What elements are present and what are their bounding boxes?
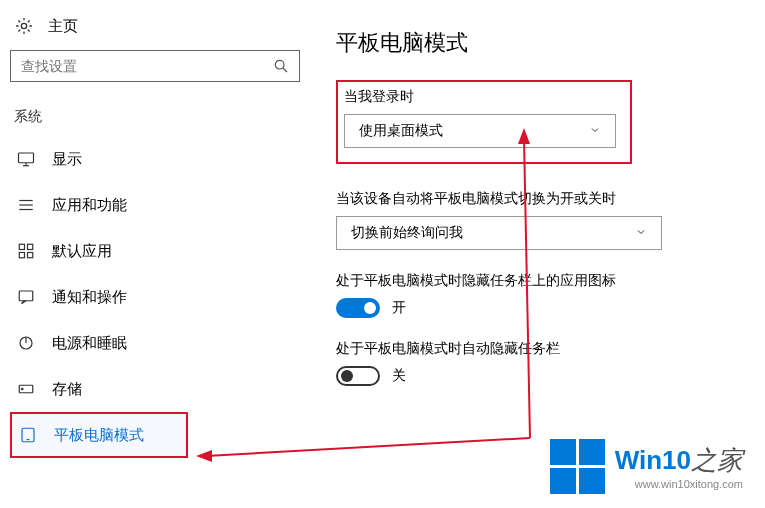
main-content: 平板电脑模式 当我登录时 使用桌面模式 当该设备自动将平板电脑模式切换为开或关时…: [300, 0, 765, 508]
page-title: 平板电脑模式: [336, 28, 765, 58]
sidebar-item-power[interactable]: 电源和睡眠: [10, 320, 300, 366]
sidebar-item-label: 存储: [52, 380, 82, 399]
brand-url: www.win10xitong.com: [615, 478, 743, 490]
svg-point-1: [275, 60, 284, 69]
svg-rect-10: [28, 244, 33, 249]
autohide-taskbar-toggle[interactable]: [336, 366, 380, 386]
home-label: 主页: [48, 17, 78, 36]
storage-icon: [16, 380, 36, 398]
brand-prefix: Win10: [615, 445, 691, 475]
category-heading: 系统: [10, 104, 300, 136]
dropdown-value: 切换前始终询问我: [351, 224, 463, 242]
windows-logo-icon: [550, 439, 605, 494]
chevron-down-icon: [589, 123, 601, 139]
svg-point-17: [22, 388, 24, 390]
gear-icon: [14, 16, 34, 36]
sidebar-item-label: 平板电脑模式: [54, 426, 144, 445]
sidebar-item-label: 应用和功能: [52, 196, 127, 215]
svg-point-0: [21, 23, 26, 28]
sidebar-item-label: 通知和操作: [52, 288, 127, 307]
sidebar-item-label: 默认应用: [52, 242, 112, 261]
sidebar-item-notifications[interactable]: 通知和操作: [10, 274, 300, 320]
search-input[interactable]: [10, 50, 300, 82]
watermark: Win10之家 www.win10xitong.com: [550, 439, 743, 494]
apps-icon: [16, 196, 36, 214]
sidebar-item-tablet-mode[interactable]: 平板电脑模式: [10, 412, 188, 458]
sidebar-item-default-apps[interactable]: 默认应用: [10, 228, 300, 274]
svg-rect-3: [19, 153, 34, 163]
search-icon: [273, 58, 289, 74]
toggle-state: 关: [392, 367, 406, 385]
sidebar-item-label: 显示: [52, 150, 82, 169]
home-link[interactable]: 主页: [10, 10, 300, 50]
dropdown-value: 使用桌面模式: [359, 122, 443, 140]
notifications-icon: [16, 288, 36, 306]
signin-section-highlight: 当我登录时 使用桌面模式: [336, 80, 632, 164]
autoswitch-dropdown[interactable]: 切换前始终询问我: [336, 216, 662, 250]
signin-dropdown[interactable]: 使用桌面模式: [344, 114, 616, 148]
sidebar-item-display[interactable]: 显示: [10, 136, 300, 182]
tablet-icon: [18, 426, 38, 444]
default-apps-icon: [16, 242, 36, 260]
sidebar: 主页 系统 显示 应用和功能: [0, 0, 300, 508]
power-icon: [16, 334, 36, 352]
svg-rect-12: [28, 253, 33, 258]
display-icon: [16, 150, 36, 168]
hide-icons-toggle[interactable]: [336, 298, 380, 318]
svg-rect-9: [19, 244, 24, 249]
brand-suffix: 之家: [691, 445, 743, 475]
signin-label: 当我登录时: [344, 88, 612, 106]
search-field[interactable]: [21, 58, 261, 74]
toggle-state: 开: [392, 299, 406, 317]
sidebar-item-storage[interactable]: 存储: [10, 366, 300, 412]
chevron-down-icon: [635, 225, 647, 241]
svg-rect-11: [19, 253, 24, 258]
svg-rect-13: [19, 291, 33, 301]
autoswitch-label: 当该设备自动将平板电脑模式切换为开或关时: [336, 190, 765, 208]
hide-icons-label: 处于平板电脑模式时隐藏任务栏上的应用图标: [336, 272, 765, 290]
sidebar-item-label: 电源和睡眠: [52, 334, 127, 353]
sidebar-item-apps[interactable]: 应用和功能: [10, 182, 300, 228]
svg-line-2: [283, 68, 287, 72]
autohide-taskbar-label: 处于平板电脑模式时自动隐藏任务栏: [336, 340, 765, 358]
